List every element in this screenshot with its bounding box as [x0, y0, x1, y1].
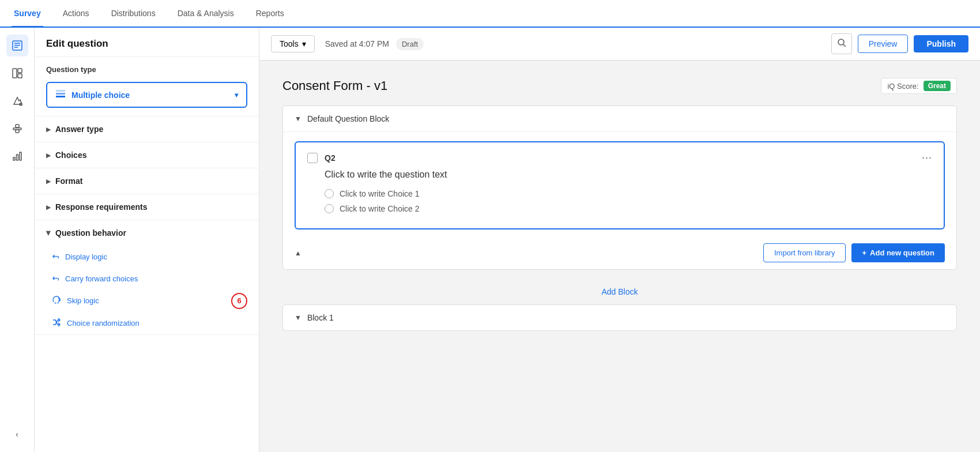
toolbar-right: Preview Publish [831, 33, 968, 54]
saved-status: Saved at 4:07 PM [325, 39, 389, 48]
accordion-response-req-header[interactable]: ▶ Response requirements [35, 194, 259, 220]
block-collapse-arrow[interactable]: ▼ [295, 115, 301, 123]
accordion-response-req-label: Response requirements [55, 202, 148, 212]
question-card[interactable]: Q2 ··· Click to write the question text … [295, 141, 945, 229]
search-button[interactable] [831, 33, 852, 54]
question-checkbox[interactable] [307, 153, 318, 163]
question-more-button[interactable]: ··· [922, 152, 932, 164]
tab-actions[interactable]: Actions [61, 1, 92, 27]
svg-rect-10 [16, 130, 19, 133]
accordion-question-behavior-header[interactable]: ▶ Question behavior [35, 220, 259, 246]
behavior-section: ↪ Display logic ↪ Carry forward choices [35, 246, 259, 334]
multiple-choice-icon [55, 89, 66, 101]
tools-button[interactable]: Tools ▾ [271, 35, 315, 52]
question-type-label: Question type [35, 57, 259, 77]
choice-randomization-icon [52, 318, 61, 329]
choice-radio-2 [325, 204, 334, 213]
display-logic-item[interactable]: ↪ Display logic [35, 246, 259, 268]
accordion-answer-type-label: Answer type [55, 125, 103, 134]
sidebar-tools-icon[interactable] [6, 118, 28, 140]
accordion-format-label: Format [55, 176, 82, 186]
sidebar-paint-icon[interactable] [6, 90, 28, 112]
accordion-format-header[interactable]: ▶ Format [35, 168, 259, 194]
svg-rect-16 [56, 96, 65, 97]
svg-rect-11 [13, 157, 15, 160]
svg-rect-13 [20, 152, 21, 160]
accordion-choices-arrow: ▶ [46, 152, 51, 159]
skip-logic-icon [52, 295, 61, 306]
accordion-question-behavior-label: Question behavior [55, 228, 126, 238]
block-title: Default Question Block [307, 114, 389, 123]
iq-score-label: iQ Score: [887, 82, 918, 91]
skip-logic-item[interactable]: Skip logic 6 [35, 289, 259, 312]
icon-sidebar: ‹ [0, 28, 35, 452]
tab-survey[interactable]: Survey [12, 1, 43, 27]
display-logic-icon: ↪ [52, 251, 59, 262]
accordion-question-behavior: ▶ Question behavior ↪ Display logic ↪ Ca… [35, 220, 259, 335]
svg-rect-6 [18, 74, 22, 78]
sidebar-chart-icon[interactable] [6, 145, 28, 167]
iq-score-value: Great [924, 81, 951, 91]
main-layout: ‹ Edit question Question type Multiple c… [0, 28, 980, 452]
default-question-block: ▼ Default Question Block Q2 ··· Click to… [282, 106, 957, 270]
sidebar-layout-icon[interactable] [6, 62, 28, 84]
accordion-choices: ▶ Choices [35, 142, 259, 168]
svg-rect-14 [56, 90, 65, 92]
sidebar-collapse-btn[interactable]: ‹ [6, 423, 28, 445]
block-footer-left: ▲ [295, 249, 301, 257]
choice-text-1[interactable]: Click to write Choice 1 [340, 189, 420, 198]
accordion-answer-type-header[interactable]: ▶ Answer type [35, 116, 259, 142]
accordion-response-req: ▶ Response requirements [35, 194, 259, 220]
svg-rect-15 [56, 93, 65, 95]
add-block-row: Add Block [282, 279, 957, 304]
block1-header: ▼ Block 1 [283, 305, 956, 330]
choice-text-2[interactable]: Click to write Choice 2 [340, 204, 420, 213]
accordion-choices-label: Choices [55, 150, 86, 160]
choice-randomization-item[interactable]: Choice randomization [35, 312, 259, 334]
tab-distributions[interactable]: Distributions [109, 1, 158, 27]
survey-area: Consent Form - v1 iQ Score: Great ▼ Defa… [259, 61, 980, 452]
survey-title: Consent Form - v1 [282, 78, 387, 93]
choice-radio-1 [325, 189, 334, 198]
tab-data-analysis[interactable]: Data & Analysis [175, 1, 236, 27]
question-card-header: Q2 ··· [307, 152, 932, 164]
draft-badge: Draft [396, 38, 424, 50]
question-type-dropdown[interactable]: Multiple choice ▾ [46, 82, 247, 108]
carry-forward-item[interactable]: ↪ Carry forward choices [35, 268, 259, 289]
tools-label: Tools [280, 39, 299, 48]
carry-forward-label: Carry forward choices [65, 274, 138, 283]
block-collapse-up-arrow[interactable]: ▲ [295, 249, 301, 257]
svg-rect-12 [16, 155, 18, 160]
search-icon [837, 38, 846, 50]
svg-point-17 [838, 39, 844, 45]
accordion-format: ▶ Format [35, 168, 259, 194]
svg-rect-9 [16, 125, 19, 127]
preview-button[interactable]: Preview [858, 35, 909, 53]
add-block-link[interactable]: Add Block [601, 287, 638, 296]
edit-question-header: Edit question [35, 28, 259, 57]
survey-title-row: Consent Form - v1 iQ Score: Great [282, 78, 957, 94]
tab-reports[interactable]: Reports [254, 1, 287, 27]
right-content: Tools ▾ Saved at 4:07 PM Draft Preview P… [259, 28, 980, 452]
publish-button[interactable]: Publish [914, 35, 968, 52]
question-id: Q2 [325, 153, 336, 163]
accordion-choices-header[interactable]: ▶ Choices [35, 142, 259, 168]
tools-chevron-icon: ▾ [302, 39, 306, 48]
svg-rect-4 [13, 69, 17, 78]
question-type-value: Multiple choice [71, 91, 130, 100]
block1-title: Block 1 [307, 313, 334, 322]
choice-row-1: Click to write Choice 1 [325, 189, 932, 198]
add-question-button[interactable]: + Add new question [851, 243, 945, 262]
skip-logic-label: Skip logic [67, 296, 99, 305]
top-navigation: Survey Actions Distributions Data & Anal… [0, 0, 980, 28]
import-library-button[interactable]: Import from library [763, 243, 846, 262]
svg-rect-5 [18, 69, 22, 73]
block1-collapse-arrow[interactable]: ▼ [295, 314, 301, 322]
carry-forward-icon: ↪ [52, 273, 59, 284]
choice-row-2: Click to write Choice 2 [325, 204, 932, 213]
question-text-placeholder[interactable]: Click to write the question text [325, 170, 932, 180]
accordion-response-req-arrow: ▶ [46, 204, 51, 210]
sidebar-survey-icon[interactable] [6, 35, 28, 56]
chevron-down-icon: ▾ [235, 91, 238, 99]
svg-line-18 [843, 44, 846, 47]
